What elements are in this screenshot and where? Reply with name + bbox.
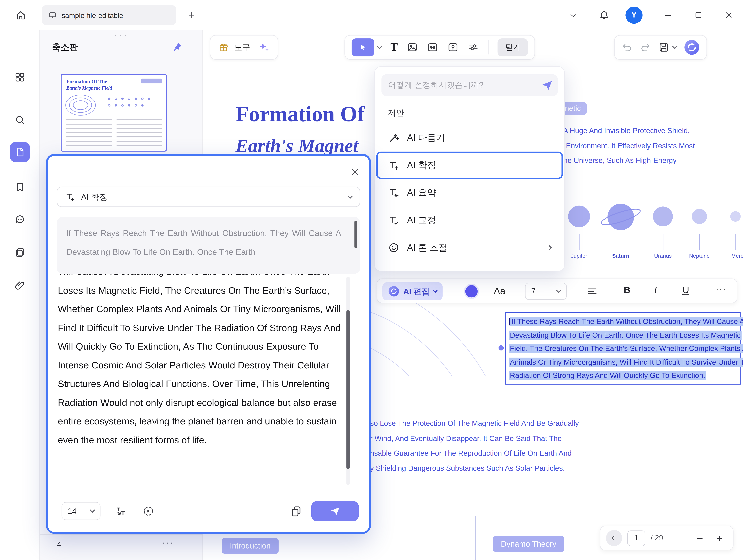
menu-item-ai-tone[interactable]: AI 톤 조절 [382,234,558,261]
chevron-down-icon [348,193,353,198]
copy-result-button[interactable] [289,504,304,519]
home-button[interactable] [12,7,29,24]
save-dropdown[interactable] [672,44,678,49]
document-tab[interactable]: sample-file-editable [42,5,176,25]
ai-mode-label: AI 확장 [81,191,108,202]
menu-item-ai-summarize[interactable]: AI 요약 [382,179,558,206]
ai-assistant-button[interactable] [684,39,700,55]
bold-button[interactable]: B [624,285,630,295]
sidebar-item-pages-active[interactable] [10,142,30,162]
thumb-dot [128,104,130,106]
regenerate-button[interactable] [141,504,156,519]
edit-text-tool[interactable]: T [391,41,398,53]
panel-resize-handle[interactable]: ··· [104,29,138,40]
current-page-input[interactable]: 1 [627,530,645,546]
ai-prompt-input[interactable] [388,81,540,90]
tools-button[interactable]: 도구 [234,42,250,53]
dialog-send-button[interactable] [311,501,359,521]
sidebar-item-organize[interactable] [10,242,30,263]
more-options-button[interactable]: ··· [715,284,727,295]
ai-edit-button[interactable]: AI 편집 [382,282,442,300]
thumb-dot [141,104,143,106]
sidebar-item-attachments[interactable] [10,276,30,295]
document-lower-paragraph: so Lose The Protection Of The Magnetic F… [370,416,579,475]
introduction-badge: Introduction [222,538,279,554]
zoom-in-button[interactable]: + [712,531,727,544]
link-tool-icon[interactable] [427,42,438,53]
page-thumbnail[interactable]: Formation Of The Earth's Magnetic Field [60,74,167,151]
thumb-dot [135,104,137,106]
sidebar-item-search[interactable] [10,110,30,130]
selected-text-box[interactable]: If These Rays Reach The Earth Without Ob… [505,312,741,384]
source-scrollbar-thumb[interactable] [354,221,357,248]
result-text-area[interactable]: Will Cause A Devastating Blow To Life On… [58,274,344,487]
image-tool-icon[interactable] [407,42,418,53]
settings-sliders-icon[interactable] [468,42,479,53]
menu-item-ai-proofread[interactable]: AI 교정 [382,206,558,234]
pin-panel-button[interactable] [171,40,185,54]
align-left-icon [586,286,598,297]
dynamo-theory-badge: Dynamo Theory [493,536,565,552]
maximize-icon [694,10,703,20]
undo-button[interactable] [621,42,632,53]
sidebar-item-bookmarks[interactable] [10,177,30,197]
source-fade [57,258,360,274]
planet-mercury [730,211,741,222]
document-title-line1: Formation Of [235,101,364,127]
planet-label: Neptune [684,253,714,259]
lower-line: y Shielding Dangerous Substances Such As… [370,461,579,475]
select-tool-button[interactable] [352,38,374,56]
underline-button[interactable]: U [683,285,689,295]
ai-mode-dropdown[interactable]: AI 확장 [57,187,360,207]
source-text: If These Rays Reach The Earth Without Ob… [66,228,341,256]
dialog-close-button[interactable] [347,165,363,180]
result-scrollbar[interactable] [346,277,350,485]
font-size-dropdown[interactable]: 7 [525,283,567,300]
zoom-out-button[interactable]: − [693,531,707,544]
minimize-button[interactable] [661,7,676,23]
collapse-toolbar-button[interactable] [567,9,580,22]
sidebar-item-comments[interactable] [10,209,30,229]
bell-icon [599,10,609,20]
notifications-button[interactable] [596,7,612,23]
user-avatar[interactable]: Y [625,7,643,24]
planet-uranus [653,206,673,226]
send-icon[interactable] [540,78,554,92]
result-text: Will Cause A Devastating Blow To Life On… [58,274,344,450]
planet-label: Merc [722,253,743,259]
menu-item-ai-expand-highlighted[interactable]: AI 확장 [376,151,563,179]
ai-sparkles-icon[interactable] [258,41,270,53]
italic-button[interactable]: I [654,285,657,295]
thumb-dot [128,98,130,100]
text-transform-button[interactable] [113,504,128,519]
avatar-initial: Y [631,11,637,19]
redo-button[interactable] [640,42,651,53]
source-text-area[interactable]: If These Rays Reach The Earth Without Ob… [57,217,360,274]
close-edit-mode-button[interactable]: 닫기 [498,38,528,56]
comment-icon [14,214,26,225]
left-sidebar [0,30,40,560]
plus-icon: + [188,9,195,22]
menu-item-ai-polish[interactable]: AI 다듬기 [382,124,558,151]
stamp-location-tool-icon[interactable] [447,42,459,53]
close-window-button[interactable] [721,7,736,23]
sidebar-item-apps[interactable] [10,67,30,87]
result-scrollbar-thumb[interactable] [346,310,350,469]
planet-label: Saturn [606,253,636,259]
previous-page-button[interactable] [606,530,622,546]
dialog-font-size-dropdown[interactable]: 14 [61,502,100,520]
maximize-button[interactable] [691,7,706,23]
selected-line: Devastating Blow To Life On Earth. Once … [509,329,737,342]
select-tool-dropdown[interactable] [377,44,382,49]
font-color-swatch[interactable] [465,285,478,297]
new-tab-button[interactable]: + [184,7,199,23]
selected-line: Radiation Of Strong Rays And Will Quickl… [509,369,737,382]
ai-expand-dialog: AI 확장 If These Rays Reach The Earth With… [46,154,371,534]
font-family-button[interactable]: Aa [494,286,506,296]
save-button[interactable] [658,42,669,53]
panel-more-button[interactable]: ··· [162,537,174,548]
menu-item-label: AI 다듬기 [407,132,445,144]
text-proofread-icon [388,215,399,226]
gift-tools-icon [218,42,229,53]
align-button[interactable] [586,286,598,297]
